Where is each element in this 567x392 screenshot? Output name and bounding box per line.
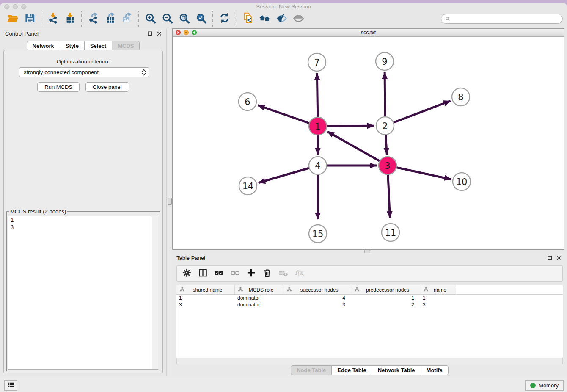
birds-eye-button[interactable] [290, 11, 307, 27]
horizontal-splitter[interactable] [172, 250, 567, 253]
tab-style[interactable]: Style [60, 41, 85, 51]
graph-node-11[interactable]: 11 [382, 224, 399, 241]
graph-node-10[interactable]: 10 [453, 173, 471, 190]
mcds-result-item[interactable]: 3 [8, 224, 158, 231]
table-row[interactable]: 1dominator411 [176, 295, 563, 301]
task-history-button[interactable] [4, 380, 17, 391]
zoom-selected-button[interactable] [193, 11, 209, 27]
mcds-result-item[interactable]: 1 [8, 216, 158, 224]
gear-button[interactable] [181, 268, 192, 279]
graph-node-8[interactable]: 8 [452, 88, 470, 106]
table-tab-edge-table[interactable]: Edge Table [332, 365, 372, 375]
column-header-shared-name[interactable]: shared name [176, 285, 235, 294]
memory-button[interactable]: Memory [525, 380, 564, 391]
vertical-splitter-handle[interactable] [168, 198, 172, 205]
zoom-fit-button[interactable] [176, 11, 193, 27]
criterion-dropdown[interactable]: strongly connected component [19, 67, 149, 77]
table-cell[interactable]: 3 [284, 302, 351, 308]
zoom-in-button[interactable] [142, 11, 159, 27]
edge-3-to-1[interactable] [328, 132, 388, 166]
table-tab-network-table[interactable]: Network Table [372, 365, 421, 375]
mcds-result-list[interactable]: 13 [8, 216, 158, 370]
node-table: shared nameMCDS rolesuccessor nodesprede… [176, 285, 563, 358]
table-cell[interactable]: 2 [351, 302, 420, 308]
graph-node-2[interactable]: 2 [376, 117, 394, 135]
graph-node-15[interactable]: 15 [309, 225, 327, 243]
open-folder-button[interactable] [4, 11, 21, 27]
network-canvas[interactable]: 1234678910111415 [173, 37, 564, 249]
table-cell[interactable]: 1 [176, 295, 235, 301]
table-cell[interactable]: 1 [420, 295, 456, 301]
graph-node-1[interactable]: 1 [309, 117, 327, 135]
search-field[interactable] [441, 14, 563, 24]
export-table-icon [105, 12, 116, 25]
float-table-panel-icon[interactable] [547, 255, 553, 261]
table-toolbar: f(x) [176, 265, 563, 282]
close-panel-icon[interactable] [157, 31, 162, 36]
svg-text:3: 3 [385, 161, 390, 171]
edge-3-to-10[interactable] [388, 166, 451, 179]
eye-slash-button[interactable] [273, 11, 290, 27]
zoom-out-button[interactable] [159, 11, 176, 27]
search-input[interactable] [452, 16, 559, 22]
table-cell[interactable]: 1 [351, 295, 420, 301]
run-mcds-button[interactable]: Run MCDS [37, 82, 80, 92]
edge-1-to-6[interactable] [258, 105, 318, 126]
tab-mcds[interactable]: MCDS [112, 41, 140, 51]
node-table-body: 1dominator4113dominator323 [176, 295, 563, 308]
close-panel-button[interactable]: Close panel [85, 82, 129, 92]
graph-node-3[interactable]: 3 [379, 157, 396, 174]
svg-text:8: 8 [458, 92, 463, 102]
deselect-all-checks-button[interactable] [229, 268, 240, 279]
vertical-splitter[interactable] [166, 28, 172, 376]
main-toolbar [0, 10, 567, 28]
float-panel-icon[interactable] [147, 31, 153, 36]
table-cell[interactable]: 3 [420, 302, 456, 308]
houses-button[interactable] [256, 11, 273, 27]
import-network-icon [47, 12, 59, 25]
table-cell[interactable]: 3 [176, 302, 235, 308]
main-area: Control Panel NetworkStyleSelectMCDS Opt… [0, 28, 567, 376]
table-horizontal-scrollbar[interactable] [176, 358, 563, 364]
zoom-out-icon [162, 12, 173, 25]
import-table-button[interactable] [61, 11, 78, 27]
column-header-predecessor-nodes[interactable]: predecessor nodes [351, 285, 420, 294]
table-cell[interactable]: 4 [284, 295, 351, 301]
column-header-name[interactable]: name [420, 285, 456, 294]
tab-select[interactable]: Select [85, 41, 112, 51]
table-row[interactable]: 3dominator323 [176, 301, 563, 308]
network-graph[interactable]: 1234678910111415 [173, 37, 564, 249]
import-table-icon [64, 12, 76, 25]
graph-node-4[interactable]: 4 [309, 157, 327, 174]
export-network-button[interactable] [85, 11, 102, 27]
graph-node-7[interactable]: 7 [308, 53, 326, 71]
edge-2-to-8[interactable] [385, 101, 451, 126]
graph-node-6[interactable]: 6 [239, 93, 256, 110]
export-image-button[interactable] [118, 11, 135, 27]
trash-button[interactable] [261, 268, 272, 279]
table-tab-node-table[interactable]: Node Table [291, 365, 332, 375]
graph-node-14[interactable]: 14 [239, 177, 257, 195]
add-plus-button[interactable] [245, 268, 256, 279]
result-list-scrollbar[interactable] [152, 216, 158, 369]
column-header-MCDS-role[interactable]: MCDS role [235, 285, 284, 294]
import-network-button[interactable] [44, 11, 61, 27]
svg-text:10: 10 [456, 177, 468, 187]
table-cell[interactable]: dominator [235, 295, 284, 301]
network-view-window: scc.txt 1234678910111415 [172, 28, 564, 250]
close-table-panel-icon[interactable] [556, 255, 562, 261]
refresh-layout-button[interactable] [216, 11, 233, 27]
network-document-button[interactable] [239, 11, 256, 27]
select-all-checks-button[interactable] [213, 268, 224, 279]
table-cell[interactable]: dominator [235, 302, 284, 308]
save-floppy-button[interactable] [21, 11, 38, 27]
table-tab-motifs[interactable]: Motifs [421, 365, 449, 375]
criterion-dropdown-value: strongly connected component [24, 69, 99, 75]
export-table-button[interactable] [102, 11, 118, 27]
table-panel-tabs: Node TableEdge TableNetwork TableMotifs [172, 365, 567, 375]
split-panel-button[interactable] [197, 268, 208, 279]
tab-network[interactable]: Network [27, 41, 60, 51]
graph-node-9[interactable]: 9 [376, 52, 394, 70]
column-header-successor-nodes[interactable]: successor nodes [284, 285, 351, 294]
zoom-selected-icon [195, 12, 207, 25]
